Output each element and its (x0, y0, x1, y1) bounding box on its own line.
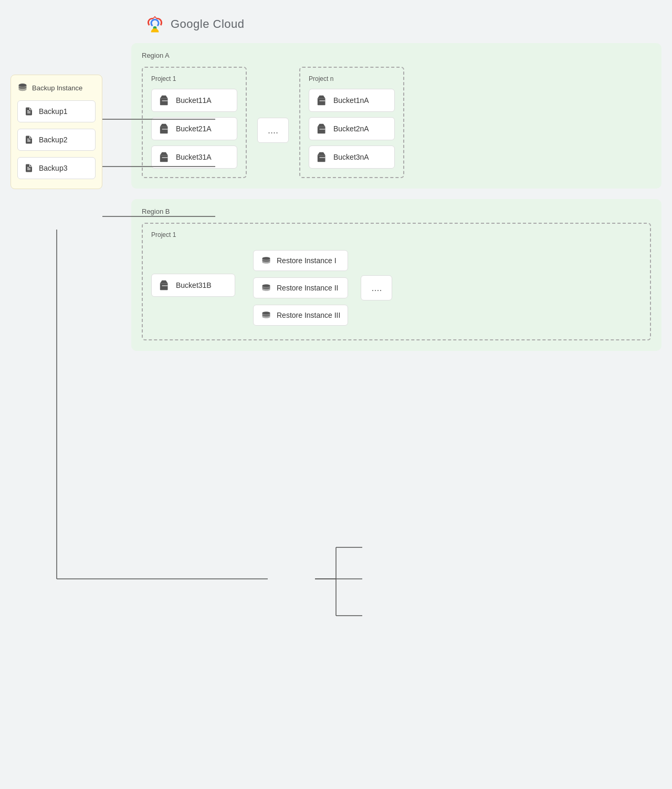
backup3-icon (24, 163, 34, 173)
restore-instances-col: Restore Instance I Restore Instance II (253, 250, 348, 326)
page-wrapper: Google Cloud (0, 0, 672, 789)
google-cloud-logo-icon (144, 16, 165, 33)
bucket2na-item: Bucket2nA (309, 117, 395, 140)
bucket1na-icon (317, 95, 328, 106)
backup-panel: Backup Instance Backup1 (10, 75, 102, 189)
backup2-item: Backup2 (17, 129, 96, 151)
diagram-area: Backup Instance Backup1 (10, 43, 662, 752)
restore-instance-3: Restore Instance III (253, 305, 348, 326)
backup1-item: Backup1 (17, 100, 96, 122)
bucket11a-item: Bucket11A (151, 89, 237, 112)
region-a-label: Region A (142, 51, 651, 59)
backup3-item: Backup3 (17, 157, 96, 179)
bucket-restore-layout: Bucket31B Restore Instance I (151, 245, 642, 331)
backup1-icon (24, 106, 34, 117)
region-a-project1-label: Project 1 (151, 75, 237, 82)
bucket31b-icon (159, 279, 171, 291)
bucket1na-item: Bucket1nA (309, 89, 395, 112)
region-a-projects-row: Project 1 Bucket11A (142, 67, 651, 178)
region-a-project-n: Project n Bucket1nA (299, 67, 404, 178)
region-b-project1: Project 1 Bucket31B (142, 223, 651, 340)
backup-instance-icon (17, 82, 28, 93)
region-b-project1-label: Project 1 (151, 231, 642, 238)
google-cloud-logo: Google Cloud (144, 16, 662, 33)
region-b-label: Region B (142, 207, 651, 215)
region-b: Region B Project 1 Bucket31B (131, 199, 662, 351)
region-a-project-n-label: Project n (309, 75, 395, 82)
region-a-ellipsis-col: .... (257, 67, 289, 178)
region-b-ellipsis: .... (361, 275, 392, 300)
backup-panel-title: Backup Instance (17, 82, 96, 93)
regions-area: Region A Project 1 Bucket11A (131, 43, 662, 351)
restore2-icon (261, 283, 271, 293)
bucket31a-icon (159, 151, 171, 163)
logo-text: Google Cloud (171, 17, 245, 31)
restore-instance-2: Restore Instance II (253, 277, 348, 298)
bucket2na-icon (317, 123, 328, 134)
backup2-icon (24, 134, 34, 145)
bucket21a-icon (159, 123, 171, 134)
bucket3na-item: Bucket3nA (309, 146, 395, 169)
region-a: Region A Project 1 Bucket11A (131, 43, 662, 189)
bucket11a-icon (159, 95, 171, 106)
restore-instance-1: Restore Instance I (253, 250, 348, 271)
bucket31a-item: Bucket31A (151, 146, 237, 169)
restore3-icon (261, 310, 271, 320)
region-a-ellipsis: .... (257, 118, 289, 143)
bucket21a-item: Bucket21A (151, 117, 237, 140)
region-a-project1: Project 1 Bucket11A (142, 67, 247, 178)
bucket3na-icon (317, 151, 328, 163)
bucket31b-item: Bucket31B (151, 274, 235, 297)
restore1-icon (261, 256, 271, 265)
